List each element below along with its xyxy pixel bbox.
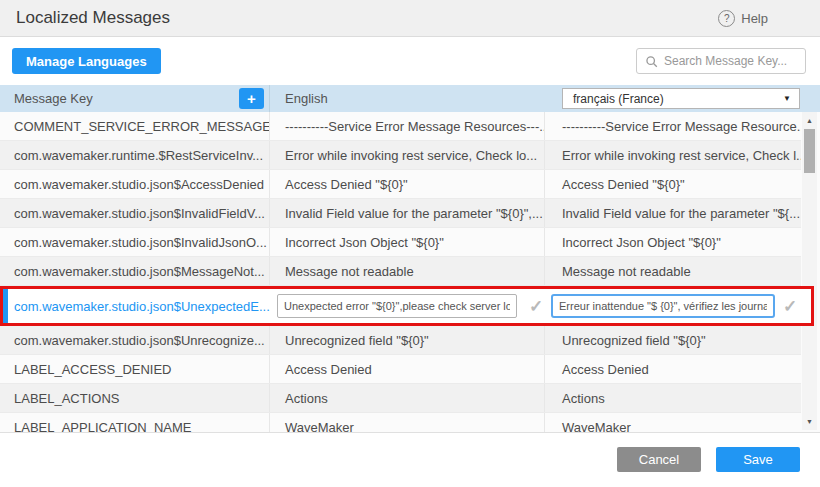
table-row[interactable]: com.wavemaker.studio.json$Unrecognize...… [0,326,801,355]
table-row[interactable]: LABEL_ACCESS_DENIED Access Denied Access… [0,355,801,384]
plus-icon: + [247,90,256,107]
french-cell: WaveMaker [545,413,801,433]
chevron-down-icon: ▼ [783,94,791,103]
language-select[interactable]: français (France) ▼ [562,88,800,109]
scrollbar-thumb[interactable] [804,129,815,173]
message-key-cell: com.wavemaker.studio.json$AccessDenied [0,170,270,198]
footer: Cancel Save [0,433,820,487]
english-cell: Invalid Field value for the parameter "$… [270,199,545,227]
french-message-input[interactable] [551,294,775,318]
message-key-cell: COMMENT_SERVICE_ERROR_MESSAGES [0,112,270,140]
message-key-cell: com.wavemaker.studio.json$MessageNot... [0,257,270,285]
localized-messages-dialog: Localized Messages ? Help Manage Languag… [0,0,820,487]
table-row-editing[interactable]: com.wavemaker.studio.json$UnexpectedE...… [0,286,814,326]
help-label: Help [741,11,768,26]
column-header-message-key: Message Key + [0,85,270,112]
french-cell: Incorrect Json Object "${0}" [545,228,801,256]
english-cell: Message not readable [270,257,545,285]
message-key-cell: com.wavemaker.studio.json$InvalidFieldV.… [0,199,270,227]
table-body: COMMENT_SERVICE_ERROR_MESSAGES ---------… [0,112,820,433]
french-cell: Invalid Field value for the parameter "$… [545,199,801,227]
french-cell: Access Denied "${0}" [545,170,801,198]
english-cell: Access Denied [270,355,545,383]
confirm-check-icon[interactable]: ✓ [529,296,543,317]
french-cell: ----------Service Error Message Resource… [545,112,801,140]
title-bar: Localized Messages ? Help [0,0,820,37]
save-button[interactable]: Save [716,447,800,472]
table-row[interactable]: com.wavemaker.studio.json$AccessDenied A… [0,170,801,199]
message-key-cell: LABEL_APPLICATION_NAME [0,413,270,433]
table-row[interactable]: com.wavemaker.runtime.$RestServiceInv...… [0,141,801,170]
page-title: Localized Messages [16,8,170,28]
help-icon: ? [718,10,735,27]
message-key-cell: com.wavemaker.studio.json$Unrecognize... [0,326,270,354]
message-key-cell: com.wavemaker.studio.json$InvalidJsonO..… [0,228,270,256]
english-cell: Error while invoking rest service, Check… [270,141,545,169]
add-language-button[interactable]: + [239,88,264,109]
message-key-header-label: Message Key [14,91,93,106]
english-edit-cell: ✓ [270,289,545,323]
table-row[interactable]: com.wavemaker.studio.json$InvalidFieldV.… [0,199,801,228]
english-cell: Access Denied "${0}" [270,170,545,198]
french-cell: Actions [545,384,801,412]
table-row[interactable]: LABEL_APPLICATION_NAME WaveMaker WaveMak… [0,413,801,433]
search-input[interactable] [664,54,797,68]
scrollbar-up-icon[interactable]: ▲ [802,117,817,124]
english-cell: Actions [270,384,545,412]
english-message-input[interactable] [277,294,517,318]
vertical-scrollbar[interactable]: ▲ ▼ [802,112,817,430]
help-button[interactable]: ? Help [718,10,768,27]
english-cell: Incorrect Json Object "${0}" [270,228,545,256]
search-box[interactable] [636,48,806,74]
confirm-check-icon[interactable]: ✓ [783,296,797,317]
english-cell: ----------Service Error Message Resource… [270,112,545,140]
english-cell: Unrecognized field "${0}" [270,326,545,354]
french-cell: Unrecognized field "${0}" [545,326,801,354]
french-cell: Message not readable [545,257,801,285]
english-cell: WaveMaker [270,413,545,433]
message-key-cell: com.wavemaker.runtime.$RestServiceInv... [0,141,270,169]
scrollbar-down-icon[interactable]: ▼ [802,418,817,425]
search-icon [645,55,658,68]
message-key-link[interactable]: com.wavemaker.studio.json$UnexpectedE... [3,289,270,323]
language-select-value: français (France) [573,92,664,106]
french-edit-cell: ✓ [545,289,811,323]
table-row[interactable]: LABEL_ACTIONS Actions Actions [0,384,801,413]
table-row[interactable]: com.wavemaker.studio.json$InvalidJsonO..… [0,228,801,257]
table-row[interactable]: com.wavemaker.studio.json$MessageNot... … [0,257,801,286]
manage-languages-button[interactable]: Manage Languages [12,48,161,74]
french-cell: Access Denied [545,355,801,383]
table-header: Message Key + English français (France) … [0,85,820,112]
message-key-cell: LABEL_ACCESS_DENIED [0,355,270,383]
french-cell: Error while invoking rest service, Check… [545,141,801,169]
table-row[interactable]: COMMENT_SERVICE_ERROR_MESSAGES ---------… [0,112,801,141]
column-header-english: English [270,85,545,112]
toolbar: Manage Languages [0,37,820,85]
cancel-button[interactable]: Cancel [617,447,701,472]
english-header-label: English [285,91,328,106]
message-key-cell: LABEL_ACTIONS [0,384,270,412]
